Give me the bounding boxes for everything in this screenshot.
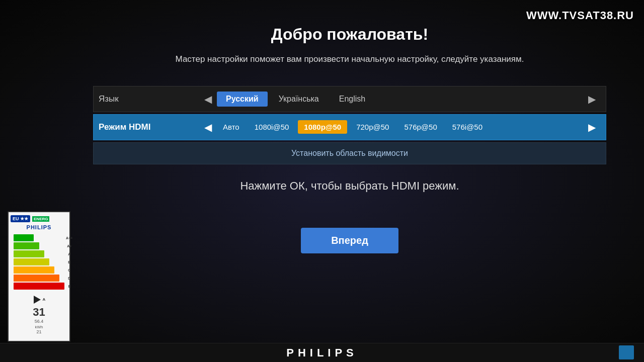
language-row: Язык ◀ Русский Українська English ▶ [93,86,606,112]
lang-option-uk[interactable]: Українська [270,92,328,107]
bar-b: B [14,258,65,265]
language-arrow-right[interactable]: ▶ [583,93,601,105]
energy-unit-top: 56.4 [35,319,44,324]
energy-kwh: kWh [35,325,43,329]
hdmi-label: Режим HDMI [99,122,199,132]
energy-label-top: EU ★★ ENERG [11,215,67,222]
bar-a: A [14,250,65,257]
visibility-row[interactable]: Установить область видимости [93,142,606,164]
philips-accent-icon [619,345,634,359]
hdmi-option-1080i50[interactable]: 1080i@50 [249,120,295,134]
hdmi-row: Режим HDMI ◀ Авто 1080i@50 1080p@50 720p… [93,114,606,140]
philips-brand: PHILIPS [286,346,358,359]
settings-container: Язык ◀ Русский Українська English ▶ Режи… [93,86,606,174]
welcome-subtitle: Мастер настройки поможет вам произвести … [176,53,524,66]
lang-option-en[interactable]: English [330,92,374,107]
hdmi-option-576p50[interactable]: 576p@50 [398,120,443,134]
energy-arrow-indicator [34,296,41,304]
energy-label: EU ★★ ENERG PHILIPS A++ A+ A B C D [8,211,70,342]
hdmi-options: Авто 1080i@50 1080p@50 720p@50 576p@50 5… [217,120,583,134]
hdmi-option-576i50[interactable]: 576i@50 [446,120,489,134]
language-options: Русский Українська English [217,92,583,107]
philips-logo-small: PHILIPS [27,224,52,230]
bar-d: D [14,275,65,282]
visibility-text: Установить область видимости [291,149,408,158]
hdmi-arrow-right[interactable]: ▶ [583,121,601,133]
description-text: Нажмите ОК, чтобы выбрать HDMI режим. [240,179,459,193]
welcome-title: Добро пожаловать! [271,25,428,44]
energy-badge: ENERG [32,216,49,222]
language-label: Язык [99,94,199,104]
hdmi-option-auto[interactable]: Авто [217,120,246,134]
bar-a-plus: A+ [14,242,65,249]
hdmi-option-720p50[interactable]: 720p@50 [350,120,395,134]
energy-number: 31 [33,306,45,319]
bar-e: E [14,283,65,290]
hdmi-arrow-left[interactable]: ◀ [199,121,217,133]
energy-bars: A++ A+ A B C D E [14,234,65,291]
lang-option-ru[interactable]: Русский [217,92,268,107]
bar-a-plus-plus: A++ [14,234,65,241]
forward-button[interactable]: Вперед [301,228,398,253]
watermark: WWW.TVSAT38.RU [526,9,634,22]
bar-c: C [14,266,65,274]
language-arrow-left[interactable]: ◀ [199,93,217,105]
energy-unit-bottom: 21 [36,329,41,334]
hdmi-option-1080p50[interactable]: 1080p@50 [298,120,347,134]
bottom-bar: PHILIPS [0,343,644,362]
eu-stars-icon: EU ★★ [11,215,30,222]
main-content: Добро пожаловать! Мастер настройки помож… [65,15,634,332]
